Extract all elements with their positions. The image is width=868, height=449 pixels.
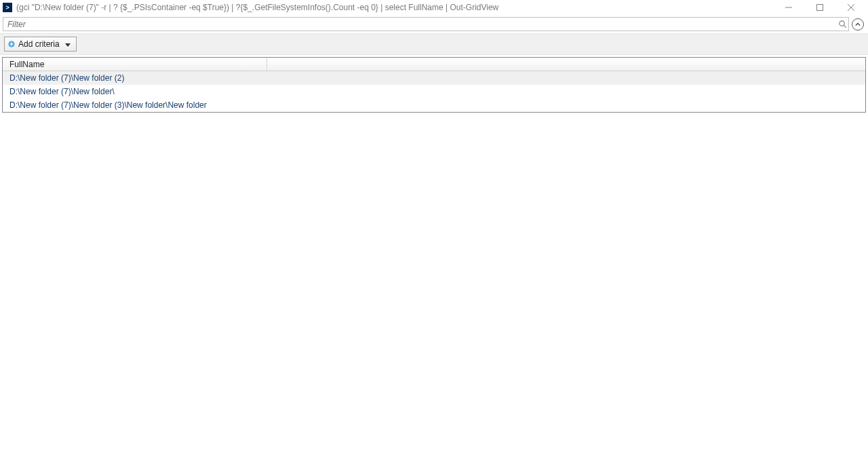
maximize-button[interactable] [804,1,835,14]
svg-marker-9 [65,43,71,47]
search-icon [836,20,848,28]
svg-rect-1 [817,5,823,11]
filter-input-container [3,17,849,31]
grid-header: FullName [3,58,865,71]
cell-fullname: D:\New folder (7)\New folder\ [9,87,115,96]
svg-point-4 [839,21,844,26]
powershell-icon: > [3,3,12,12]
grid-body: D:\New folder (7)\New folder (2) D:\New … [3,71,865,112]
table-row[interactable]: D:\New folder (7)\New folder (2) [3,71,865,85]
svg-line-5 [844,25,846,27]
cell-fullname: D:\New folder (7)\New folder (2) [9,73,124,83]
titlebar: > (gci "D:\New folder (7)" -r | ? {$_.PS… [0,0,868,15]
results-grid: FullName D:\New folder (7)\New folder (2… [2,57,866,113]
chevron-down-icon [65,39,71,49]
cell-fullname: D:\New folder (7)\New folder (3)\New fol… [9,100,207,110]
table-row[interactable]: D:\New folder (7)\New folder (3)\New fol… [3,98,865,112]
minimize-icon [785,4,792,11]
maximize-icon [816,4,823,11]
add-criteria-button[interactable]: Add criteria [4,37,77,52]
column-header-spacer [267,58,865,71]
filter-input[interactable] [3,18,836,31]
column-header-fullname[interactable]: FullName [3,58,267,71]
table-row[interactable]: D:\New folder (7)\New folder\ [3,85,865,98]
window-controls [773,1,867,14]
add-criteria-label: Add criteria [18,39,60,49]
window-title: (gci "D:\New folder (7)" -r | ? {$_.PSIs… [16,3,773,12]
close-button[interactable] [835,1,867,14]
plus-icon [7,40,16,48]
filter-bar [0,15,868,33]
minimize-button[interactable] [773,1,804,14]
chevron-up-icon [855,22,861,27]
close-icon [848,4,854,11]
collapse-filter-button[interactable] [852,18,864,31]
criteria-bar: Add criteria [0,33,868,55]
